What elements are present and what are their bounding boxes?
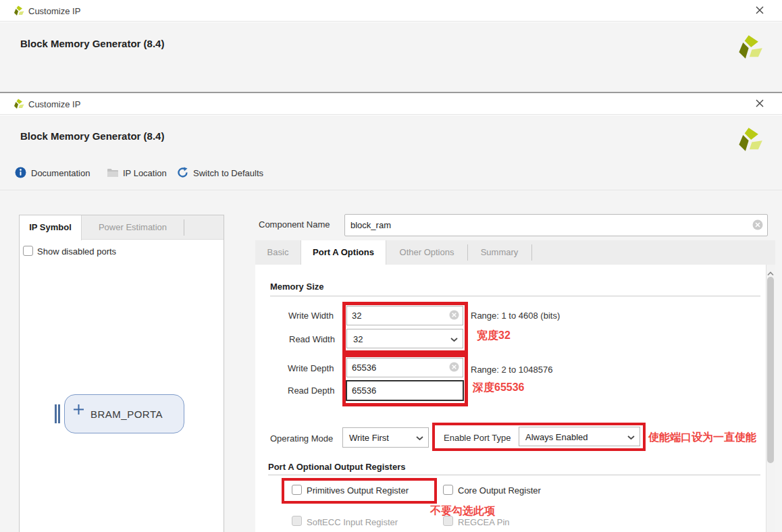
core-output-register-label: Core Output Register bbox=[458, 485, 541, 496]
enable-port-annotation: 使能端口设为一直使能 bbox=[648, 431, 756, 445]
close-icon[interactable] bbox=[755, 5, 767, 18]
show-disabled-ports-checkbox[interactable] bbox=[23, 246, 33, 256]
checkbox-annotation: 不要勾选此项 bbox=[430, 504, 495, 518]
output-registers-heading: Port A Optional Output Registers bbox=[268, 462, 405, 472]
write-depth-input[interactable] bbox=[347, 358, 463, 377]
clear-icon[interactable] bbox=[449, 310, 459, 322]
front-window-title: Customize IP bbox=[28, 99, 80, 109]
width-annotation: 宽度32 bbox=[477, 329, 511, 343]
back-window-title: Customize IP bbox=[28, 6, 80, 16]
read-width-dropdown[interactable]: 32 bbox=[346, 329, 463, 348]
read-depth-field[interactable] bbox=[346, 380, 464, 401]
memory-size-heading: Memory Size bbox=[270, 282, 323, 292]
bram-porta-block[interactable]: BRAM_PORTA bbox=[64, 394, 184, 433]
tab-separator bbox=[467, 244, 468, 261]
softecc-input-register-checkbox bbox=[292, 516, 302, 526]
primitives-output-register-checkbox[interactable] bbox=[292, 485, 302, 495]
front-window-header: Block Memory Generator (8.4) bbox=[20, 130, 164, 142]
show-disabled-ports-label: Show disabled ports bbox=[37, 246, 116, 257]
xilinx-logo-icon bbox=[737, 34, 763, 62]
primitives-output-register-label: Primitives Output Register bbox=[307, 485, 409, 496]
ip-location-button[interactable]: IP Location bbox=[123, 168, 167, 178]
back-window-titlebar: Customize IP bbox=[0, 0, 782, 22]
ip-symbol-panel: IP Symbol Power Estimation Show disabled… bbox=[19, 215, 224, 532]
component-name-input[interactable] bbox=[345, 215, 767, 236]
read-depth-label: Read Depth bbox=[288, 385, 334, 396]
refresh-icon bbox=[177, 167, 188, 180]
back-window-header: Block Memory Generator (8.4) bbox=[20, 38, 164, 49]
depth-annotation: 深度65536 bbox=[473, 381, 525, 395]
write-width-field[interactable] bbox=[346, 306, 463, 325]
info-icon bbox=[15, 167, 26, 180]
front-window-titlebar: Customize IP bbox=[0, 93, 782, 115]
operating-mode-value: Write First bbox=[349, 433, 389, 443]
tab-port-a-options[interactable]: Port A Options bbox=[301, 240, 386, 265]
bram-porta-label: BRAM_PORTA bbox=[90, 408, 163, 420]
expand-plus-icon[interactable] bbox=[73, 404, 84, 417]
close-icon[interactable] bbox=[755, 99, 767, 111]
regcea-pin-label: REGCEA Pin bbox=[458, 517, 510, 527]
component-name-label: Component Name bbox=[259, 219, 330, 230]
tab-ip-symbol[interactable]: IP Symbol bbox=[20, 215, 82, 240]
xilinx-logo-icon bbox=[737, 127, 763, 155]
operating-mode-label: Operating Mode bbox=[270, 433, 333, 444]
softecc-input-register-label: SoftECC Input Register bbox=[307, 517, 398, 527]
chevron-down-icon bbox=[450, 334, 458, 344]
write-depth-label: Write Depth bbox=[288, 363, 334, 373]
regcea-pin-checkbox bbox=[443, 516, 453, 526]
component-name-field[interactable] bbox=[344, 214, 768, 236]
toolbar-divider bbox=[0, 190, 782, 190]
tab-other-options[interactable]: Other Options bbox=[386, 240, 467, 265]
tab-separator bbox=[184, 219, 184, 236]
section-rule bbox=[268, 475, 760, 475]
bus-stub bbox=[55, 404, 57, 423]
folder-icon bbox=[107, 168, 119, 180]
read-width-value: 32 bbox=[353, 334, 363, 344]
core-output-register-checkbox[interactable] bbox=[443, 485, 453, 495]
tab-basic[interactable]: Basic bbox=[255, 240, 301, 265]
clear-icon[interactable] bbox=[752, 219, 763, 232]
back-window-body: Block Memory Generator (8.4) bbox=[0, 22, 782, 92]
write-width-range: Range: 1 to 4608 (bits) bbox=[471, 311, 560, 321]
section-rule bbox=[270, 296, 760, 296]
switch-to-defaults-button[interactable]: Switch to Defaults bbox=[193, 168, 263, 178]
write-depth-field[interactable] bbox=[346, 358, 463, 377]
enable-port-type-label: Enable Port Type bbox=[444, 433, 511, 443]
clear-icon[interactable] bbox=[449, 362, 459, 374]
tab-separator bbox=[531, 244, 532, 261]
enable-port-type-dropdown[interactable]: Always Enabled bbox=[519, 427, 640, 446]
write-width-label: Write Width bbox=[288, 311, 334, 321]
tab-power-estimation[interactable]: Power Estimation bbox=[82, 215, 184, 240]
tab-summary[interactable]: Summary bbox=[467, 240, 531, 265]
scrollbar-thumb[interactable] bbox=[767, 277, 774, 463]
documentation-button[interactable]: Documentation bbox=[31, 168, 90, 178]
chevron-down-icon bbox=[416, 433, 423, 443]
read-depth-input[interactable] bbox=[347, 381, 463, 400]
write-depth-range: Range: 2 to 1048576 bbox=[471, 365, 552, 375]
enable-port-type-value: Always Enabled bbox=[525, 431, 588, 442]
bus-stub bbox=[58, 404, 60, 423]
write-width-input[interactable] bbox=[347, 307, 463, 325]
operating-mode-dropdown[interactable]: Write First bbox=[342, 427, 429, 448]
read-width-label: Read Width bbox=[289, 334, 335, 344]
xilinx-logo-icon bbox=[14, 99, 24, 111]
chevron-down-icon bbox=[627, 431, 635, 442]
xilinx-logo-icon bbox=[14, 5, 24, 18]
